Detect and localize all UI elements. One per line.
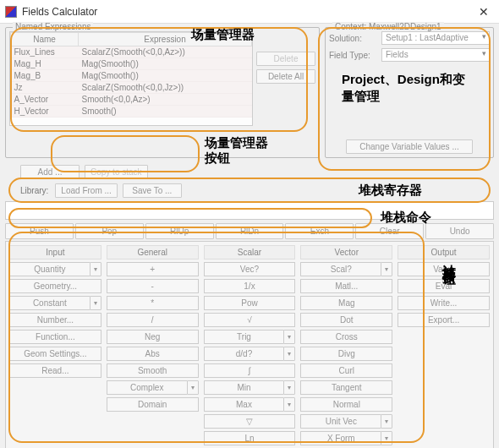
expressions-table[interactable]: Name Expression Flux_LinesScalarZ(Smooth… (9, 31, 253, 126)
delete-button[interactable]: Delete (256, 52, 315, 66)
col-output-header: Output (398, 245, 490, 260)
col-expr: Expression (79, 33, 252, 46)
exch-button[interactable]: Exch (285, 223, 354, 239)
solution-select[interactable]: Setup1 : LastAdaptive (381, 31, 490, 45)
output-0-button[interactable]: Value (398, 262, 490, 276)
cell-name: Jz (11, 82, 79, 94)
col-name: Name (11, 33, 79, 46)
output-2-button[interactable]: Write... (398, 296, 490, 310)
table-row[interactable]: A_VectorSmooth(<0,0,Az>) (11, 94, 252, 106)
pop-button[interactable]: Pop (75, 223, 144, 239)
chevron-down-icon[interactable]: ▾ (283, 347, 295, 361)
vector-10-button[interactable]: X Form (300, 431, 381, 445)
chevron-down-icon[interactable]: ▾ (90, 262, 101, 276)
vector-9-button[interactable]: Unit Vec (300, 414, 381, 429)
cell-name: Flux_Lines (11, 46, 79, 58)
input-2-button[interactable]: Constant (9, 296, 90, 310)
vector-0-button[interactable]: Scal? (300, 262, 381, 276)
vector-1-button[interactable]: Matl... (300, 279, 392, 293)
delete-all-button[interactable]: Delete All (256, 69, 315, 84)
rlup-button[interactable]: RlUp (145, 223, 214, 239)
scalar-8-button[interactable]: Max (204, 397, 284, 412)
calculator-panel: Input Quantity▾Geometry...Constant▾Numbe… (5, 241, 494, 448)
chevron-down-icon[interactable]: ▾ (381, 431, 392, 445)
add-button[interactable]: Add ... (20, 165, 80, 179)
cell-expr: Smooth(<0,0,Az>) (79, 94, 252, 106)
input-3-button[interactable]: Number... (9, 313, 101, 327)
col-input-header: Input (9, 245, 101, 260)
named-legend: Named Expressions (13, 22, 93, 31)
scalar-6-button[interactable]: ∫ (204, 363, 296, 378)
input-6-button[interactable]: Read... (9, 363, 101, 378)
context-legend: Context: Maxwell2DDesign1 (332, 22, 444, 31)
table-row[interactable]: JzScalarZ(Smooth(<0,0,Jz>)) (11, 82, 252, 94)
general-8-button[interactable]: Domain (107, 397, 199, 412)
stack-commands: PushPopRlUpRlDnExchClearUndo (5, 223, 494, 239)
undo-button[interactable]: Undo (425, 223, 494, 239)
rldn-button[interactable]: RlDn (216, 223, 284, 239)
load-from-button[interactable]: Load From ... (55, 183, 117, 198)
input-0-button[interactable]: Quantity (9, 262, 90, 276)
clear-button[interactable]: Clear (355, 223, 424, 239)
scalar-7-button[interactable]: Min (204, 380, 284, 395)
vector-2-button[interactable]: Mag (300, 296, 392, 310)
output-1-button[interactable]: Eval (398, 279, 490, 293)
vector-4-button[interactable]: Cross (300, 330, 392, 344)
cell-expr: Mag(Smooth()) (79, 70, 252, 82)
fieldtype-label: Field Type: (329, 51, 378, 60)
context-group: Context: Maxwell2DDesign1 Solution: Setu… (325, 27, 494, 158)
cell-expr: Smooth() (79, 106, 252, 117)
scalar-9-button[interactable]: ▽ (204, 414, 296, 429)
scalar-0-button[interactable]: Vec? (204, 262, 296, 276)
scalar-1-button[interactable]: 1/x (204, 279, 296, 293)
vector-5-button[interactable]: Divg (300, 347, 392, 361)
library-label: Library: (20, 186, 48, 195)
vector-3-button[interactable]: Dot (300, 313, 392, 327)
chevron-down-icon[interactable]: ▾ (283, 397, 295, 412)
chevron-down-icon[interactable]: ▾ (283, 330, 295, 344)
general-0-button[interactable]: + (107, 262, 199, 276)
save-to-button[interactable]: Save To ... (123, 183, 182, 198)
copy-to-stack-button[interactable]: Copy to stack (85, 165, 148, 179)
general-2-button[interactable]: * (107, 296, 199, 310)
scalar-2-button[interactable]: Pow (204, 296, 296, 310)
table-row[interactable]: H_VectorSmooth() (11, 106, 252, 117)
app-icon (5, 6, 17, 18)
table-row[interactable]: Mag_HMag(Smooth()) (11, 58, 252, 70)
chevron-down-icon[interactable]: ▾ (381, 262, 392, 276)
general-6-button[interactable]: Smooth (107, 363, 199, 378)
input-1-button[interactable]: Geometry... (9, 279, 101, 293)
cell-name: Mag_H (11, 58, 79, 70)
solution-label: Solution: (329, 34, 378, 43)
chevron-down-icon[interactable]: ▾ (187, 380, 199, 395)
scalar-3-button[interactable]: √ (204, 313, 296, 327)
general-5-button[interactable]: Abs (107, 347, 199, 361)
vector-8-button[interactable]: Normal (300, 397, 392, 412)
general-3-button[interactable]: / (107, 313, 199, 327)
stack-register[interactable] (5, 201, 494, 220)
scalar-10-button[interactable]: Ln (204, 431, 296, 445)
general-4-button[interactable]: Neg (107, 330, 199, 344)
chevron-down-icon[interactable]: ▾ (283, 380, 295, 395)
chevron-down-icon[interactable]: ▾ (381, 414, 392, 429)
table-row[interactable]: Flux_LinesScalarZ(Smooth(<0,0,Az>)) (11, 46, 252, 58)
general-7-button[interactable]: Complex (107, 380, 187, 395)
fieldtype-select[interactable]: Fields (381, 48, 490, 62)
input-4-button[interactable]: Function... (9, 330, 101, 344)
chevron-down-icon[interactable]: ▾ (90, 296, 101, 310)
scalar-4-button[interactable]: Trig (204, 330, 284, 344)
scalar-5-button[interactable]: d/d? (204, 347, 284, 361)
vector-7-button[interactable]: Tangent (300, 380, 392, 395)
close-icon[interactable]: ✕ (474, 5, 494, 19)
input-5-button[interactable]: Geom Settings... (9, 347, 101, 361)
push-button[interactable]: Push (5, 223, 74, 239)
cell-name: H_Vector (11, 106, 79, 117)
general-1-button[interactable]: - (107, 279, 199, 293)
vector-6-button[interactable]: Curl (300, 363, 392, 378)
cell-expr: Mag(Smooth()) (79, 58, 252, 70)
cell-name: A_Vector (11, 94, 79, 106)
cell-name: Mag_B (11, 70, 79, 82)
output-3-button[interactable]: Export... (398, 313, 490, 327)
table-row[interactable]: Mag_BMag(Smooth()) (11, 70, 252, 82)
change-vars-button[interactable]: Change Variable Values ... (346, 139, 473, 154)
